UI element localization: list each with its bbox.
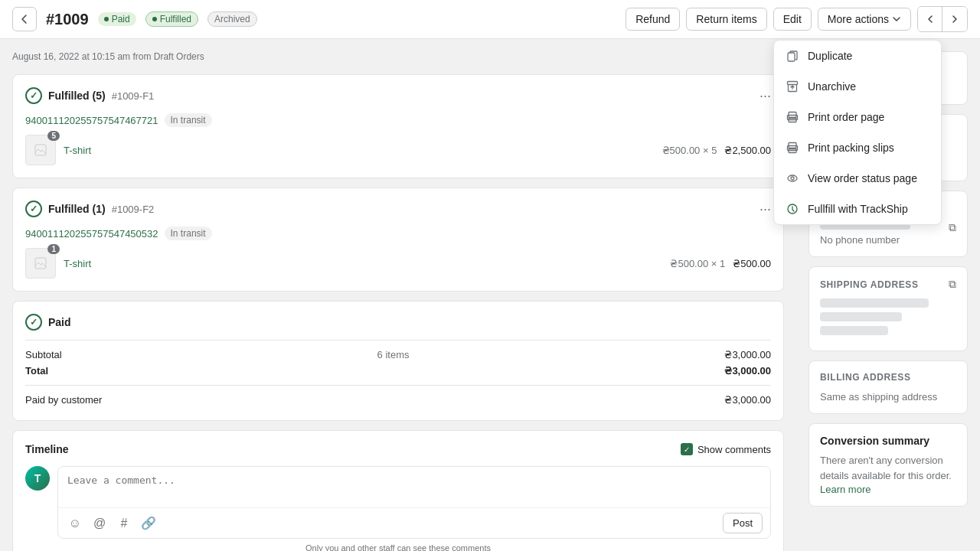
fulfilled-card-1-menu[interactable]: ···	[760, 88, 771, 104]
print-order-label: Print order page	[808, 111, 884, 123]
tracking-link-1[interactable]: 940011120255757547467721	[25, 115, 158, 126]
item-thumbnail-1: 5	[25, 135, 56, 165]
paid-by-row: Paid by customer ₴3,000.00	[25, 392, 771, 408]
shipping-line-1	[820, 298, 929, 308]
item-row-1: 5 T-shirt ₴500.00 × 5 ₴2,500.00	[25, 135, 771, 165]
duplicate-label: Duplicate	[808, 50, 852, 62]
total-row: Total ₴3,000.00	[25, 363, 771, 379]
show-comments-row: ✓ Show comments	[681, 443, 771, 455]
more-actions-dropdown: Duplicate Unarchive	[773, 40, 942, 225]
show-comments-checkbox[interactable]: ✓	[681, 443, 693, 455]
comment-area: T ☺ @ # 🔗 Post	[25, 466, 771, 539]
fulfilled-card-2: ✓ Fulfilled (1) #1009-F2 ··· 94001112025…	[12, 187, 784, 292]
svg-rect-1	[788, 82, 798, 85]
trackship-label: Fullfill with TrackShip	[808, 203, 908, 215]
item-total-2: ₴500.00	[733, 258, 771, 269]
subtotal-label: Subtotal	[25, 349, 62, 360]
hashtag-icon[interactable]: #	[115, 514, 133, 533]
nav-arrows	[917, 6, 968, 32]
main-column: August 16, 2022 at 10:15 am from Draft O…	[0, 39, 796, 551]
link-icon[interactable]: 🔗	[139, 514, 158, 533]
unarchive-icon	[785, 79, 800, 94]
tracking-link-2[interactable]: 940011120255757547450532	[25, 228, 158, 240]
learn-more-link[interactable]: Learn more	[820, 484, 871, 495]
emoji-icon[interactable]: ☺	[66, 514, 84, 533]
order-number: #1009	[46, 11, 89, 28]
nav-prev-button[interactable]	[918, 7, 942, 31]
dropdown-item-print-order[interactable]: Print order page	[774, 102, 941, 132]
comment-input[interactable]	[58, 467, 770, 505]
conversion-card: Conversion summary There aren't any conv…	[808, 423, 968, 507]
svg-point-5	[795, 117, 796, 119]
print-packing-label: Print packing slips	[808, 142, 894, 154]
copy-contact-icon[interactable]: ⧉	[949, 221, 956, 234]
svg-rect-12	[35, 145, 46, 155]
shipping-title: SHIPPING ADDRESS	[820, 279, 919, 290]
refund-button[interactable]: Refund	[626, 8, 680, 31]
fulfilled-title-row-2: ✓ Fulfilled (1) #1009-F2	[25, 201, 154, 217]
chevron-left-icon	[926, 15, 935, 24]
back-button[interactable]	[12, 7, 37, 31]
duplicate-icon	[785, 48, 800, 64]
payment-card-header: ✓ Paid	[25, 314, 771, 331]
image-placeholder-icon-2	[34, 256, 47, 270]
billing-card: BILLING ADDRESS Same as shipping address	[808, 360, 968, 414]
comment-box: ☺ @ # 🔗 Post	[57, 466, 771, 539]
header-actions: Refund Return items Edit More actions	[626, 6, 968, 32]
fulfilled-icon-2: ✓	[25, 201, 42, 217]
checkbox-check-icon: ✓	[684, 445, 690, 454]
dropdown-item-view-status[interactable]: View order status page	[774, 163, 941, 194]
subtotal-items: 6 items	[377, 349, 410, 360]
header: #1009 Paid Fulfilled Archived Refund Ret…	[0, 0, 980, 39]
conversion-text: There aren't any conversion details avai…	[820, 453, 956, 483]
fulfilled-card-2-menu[interactable]: ···	[760, 201, 771, 217]
billing-title: BILLING ADDRESS	[820, 372, 956, 383]
subtotal-amount: ₴3,000.00	[724, 349, 771, 360]
fulfilled-title-1: Fulfilled (5)	[48, 90, 106, 102]
image-placeholder-icon-1	[34, 143, 47, 157]
fulfilled-title-2: Fulfilled (1)	[48, 203, 106, 215]
dropdown-item-unarchive[interactable]: Unarchive	[774, 71, 941, 102]
view-status-label: View order status page	[808, 172, 917, 184]
nav-next-button[interactable]	[942, 7, 967, 31]
only-you-text: Only you and other staff can see these c…	[25, 543, 771, 551]
paid-by-label: Paid by customer	[25, 394, 102, 406]
print-order-icon	[785, 109, 800, 125]
svg-point-10	[788, 175, 797, 181]
copy-shipping-icon[interactable]: ⧉	[949, 278, 956, 291]
dropdown-item-duplicate[interactable]: Duplicate	[774, 41, 941, 71]
comment-toolbar: ☺ @ # 🔗 Post	[58, 507, 770, 538]
subtotal-row: Subtotal 6 items ₴3,000.00	[25, 347, 771, 363]
item-name-1[interactable]: T-shirt	[64, 145, 655, 156]
dropdown-item-trackship[interactable]: Fullfill with TrackShip	[774, 194, 941, 224]
mention-icon[interactable]: @	[90, 514, 109, 533]
conversion-title: Conversion summary	[820, 435, 956, 447]
timeline-title: Timeline	[25, 443, 69, 455]
payment-card: ✓ Paid Subtotal 6 items ₴3,000.00 Total …	[12, 301, 784, 421]
badge-archived: Archived	[207, 11, 257, 27]
badge-paid: Paid	[98, 12, 136, 26]
no-phone-text: No phone number	[820, 234, 956, 246]
tracking-row-1: 940011120255757547467721 In transit	[25, 113, 771, 127]
chevron-right-icon	[950, 15, 959, 24]
avatar: T	[25, 466, 50, 491]
order-subtitle: August 16, 2022 at 10:15 am from Draft O…	[12, 51, 784, 65]
post-button[interactable]: Post	[723, 513, 763, 533]
dropdown-item-print-packing[interactable]: Print packing slips	[774, 132, 941, 163]
svg-point-9	[795, 148, 796, 149]
return-items-button[interactable]: Return items	[686, 8, 766, 31]
item-total-1: ₴2,500.00	[724, 145, 771, 156]
svg-point-11	[791, 177, 794, 180]
item-price-formula-2: ₴500.00 × 1	[670, 258, 725, 269]
show-comments-label: Show comments	[697, 444, 771, 455]
tracking-row-2: 940011120255757547450532 In transit	[25, 227, 771, 240]
total-label: Total	[25, 365, 48, 377]
timeline-header: Timeline ✓ Show comments	[25, 443, 771, 455]
paid-title: Paid	[48, 316, 71, 328]
item-name-2[interactable]: T-shirt	[64, 258, 662, 269]
item-qty-1: 5	[47, 131, 60, 141]
shipping-line-3	[820, 326, 888, 335]
edit-button[interactable]: Edit	[773, 8, 812, 31]
more-actions-button[interactable]: More actions	[818, 8, 911, 31]
transit-badge-1: In transit	[165, 113, 212, 127]
